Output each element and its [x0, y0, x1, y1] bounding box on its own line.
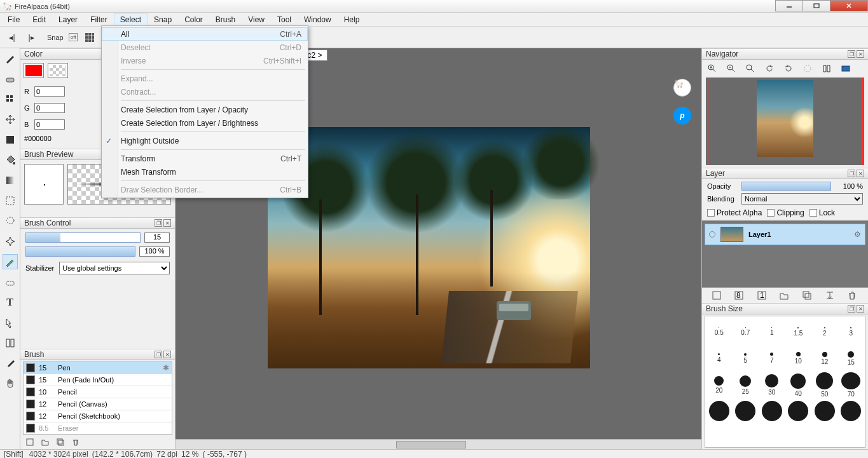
panel-close-icon[interactable]: ✕: [163, 351, 171, 358]
bucket-tool[interactable]: [3, 152, 18, 168]
brush-size-item[interactable]: [733, 399, 759, 424]
zoom-in-icon[interactable]: [707, 64, 719, 74]
brush-size-item[interactable]: 7: [759, 346, 785, 371]
brush-size-item[interactable]: 0.7: [733, 319, 759, 344]
brush-size-item[interactable]: [786, 399, 811, 424]
brush-size-item[interactable]: [759, 399, 785, 424]
duplicate-brush-icon[interactable]: [56, 438, 65, 447]
duplicate-layer-icon[interactable]: [802, 290, 813, 300]
fill-tool[interactable]: [3, 132, 18, 147]
brush-row[interactable]: 8.5Eraser: [24, 422, 172, 434]
brush-size-item[interactable]: 1.5: [786, 319, 811, 344]
brush-size-item[interactable]: [839, 399, 864, 424]
menu-help[interactable]: Help: [338, 13, 366, 26]
menu-edit[interactable]: Edit: [26, 13, 52, 26]
brush-row[interactable]: 15Pen✱: [24, 362, 172, 374]
stabilizer-select[interactable]: Use global settings: [59, 262, 170, 274]
move-tool[interactable]: [3, 112, 18, 127]
menu-brush[interactable]: Brush: [209, 13, 242, 26]
brush-size-item[interactable]: 50: [812, 372, 837, 398]
brush-opacity-slider[interactable]: [25, 246, 135, 257]
nav-grid-icon[interactable]: [841, 64, 852, 74]
brush-size-item[interactable]: 2: [812, 319, 837, 344]
menu-item-all[interactable]: AllCtrl+A: [102, 27, 308, 41]
brush-size-item[interactable]: 15: [839, 346, 864, 371]
flip-icon[interactable]: [822, 64, 833, 74]
delete-layer-icon[interactable]: [847, 290, 858, 300]
brush-row[interactable]: 12Pencil (Canvas): [24, 398, 172, 410]
brush-size-item[interactable]: 30: [759, 372, 785, 398]
brush-size-item[interactable]: 70: [839, 372, 864, 398]
zoom-fit-icon[interactable]: [745, 64, 757, 74]
background-swatch[interactable]: [48, 64, 67, 77]
menu-select[interactable]: Select: [114, 13, 148, 26]
brush-size-item[interactable]: 12: [812, 346, 837, 371]
pixiv-badge-icon[interactable]: p: [673, 107, 691, 125]
panel-undock-icon[interactable]: ❐: [155, 351, 162, 358]
menu-snap[interactable]: Snap: [148, 13, 178, 26]
panel-undock-icon[interactable]: ❐: [848, 170, 855, 177]
layer-visibility-icon[interactable]: [709, 231, 715, 238]
panel-close-icon[interactable]: ✕: [857, 50, 864, 58]
brush-row[interactable]: 12Pencil (Sketchbook): [24, 410, 172, 422]
panel-close-icon[interactable]: ✕: [857, 305, 864, 313]
horizontal-scrollbar[interactable]: [176, 439, 701, 449]
rotate-ccw-icon[interactable]: [764, 64, 776, 74]
menu-item-transform[interactable]: TransformCtrl+T: [102, 152, 308, 165]
brush-size-item[interactable]: 20: [706, 372, 732, 398]
layer-settings-icon[interactable]: ⚙: [854, 230, 861, 239]
brush-tool[interactable]: [3, 51, 18, 66]
hand-tool[interactable]: [3, 376, 18, 391]
panel-undock-icon[interactable]: ❐: [848, 50, 855, 58]
g-input[interactable]: [34, 103, 65, 113]
panel-undock-icon[interactable]: ❐: [848, 305, 855, 313]
protect-alpha-checkbox[interactable]: Protect Alpha: [707, 208, 762, 217]
menu-item-mesh-transform[interactable]: Mesh Transform: [102, 165, 308, 178]
brush-size-item[interactable]: 40: [786, 372, 811, 398]
undo-button[interactable]: ◂|: [5, 30, 19, 44]
reset-rotation-icon[interactable]: [803, 64, 814, 74]
divider-tool[interactable]: [3, 335, 18, 351]
eyedropper-tool[interactable]: [3, 356, 18, 371]
layer-8bit-icon[interactable]: 8: [734, 290, 745, 300]
brush-size-value[interactable]: 15: [144, 232, 170, 243]
foreground-swatch[interactable]: [24, 64, 43, 77]
menu-file[interactable]: File: [1, 13, 26, 26]
navigator-viewport[interactable]: [706, 77, 864, 165]
brush-size-item[interactable]: 10: [786, 346, 811, 371]
brush-opacity-value[interactable]: 100 %: [139, 246, 170, 257]
layer-opacity-slider[interactable]: [741, 182, 831, 191]
menu-layer[interactable]: Layer: [52, 13, 84, 26]
selectpen-tool[interactable]: [3, 254, 18, 269]
panel-close-icon[interactable]: ✕: [857, 170, 864, 177]
redo-button[interactable]: |▸: [24, 30, 38, 44]
text-tool[interactable]: T: [3, 295, 18, 310]
new-layer-icon[interactable]: [712, 290, 723, 300]
brush-size-slider[interactable]: [25, 232, 141, 243]
clipping-checkbox[interactable]: Clipping: [767, 208, 804, 217]
brush-size-item[interactable]: [812, 399, 837, 424]
selecteraser-tool[interactable]: [3, 274, 18, 290]
window-close-button[interactable]: [830, 0, 868, 11]
menu-item-create-selection-from-layer-brightness[interactable]: Create Selection from Layer / Brightness: [102, 116, 308, 130]
layer-1bit-icon[interactable]: 1: [757, 290, 768, 300]
brush-size-item[interactable]: 0.5: [706, 319, 732, 344]
brush-row[interactable]: 10Pencil: [24, 386, 172, 398]
brush-size-item[interactable]: 25: [733, 372, 759, 398]
magic-wand-tool[interactable]: [3, 234, 18, 249]
object-tool[interactable]: [3, 315, 18, 330]
select-tool[interactable]: [3, 193, 18, 208]
brush-folder-icon[interactable]: [41, 438, 50, 447]
brush-size-item[interactable]: 3: [839, 319, 864, 344]
b-input[interactable]: [34, 119, 65, 130]
menu-item-highlight-outside[interactable]: ✓Highlight Outside: [102, 134, 308, 147]
panel-close-icon[interactable]: ✕: [163, 219, 171, 227]
menu-window[interactable]: Window: [298, 13, 338, 26]
zoom-out-icon[interactable]: [726, 64, 738, 74]
menu-tool[interactable]: Tool: [271, 13, 298, 26]
brush-size-item[interactable]: 4: [706, 346, 732, 371]
menu-item-create-selection-from-layer-opacity[interactable]: Create Selection from Layer / Opacity: [102, 103, 308, 116]
brush-size-item[interactable]: [706, 399, 732, 424]
brush-size-item[interactable]: 5: [733, 346, 759, 371]
rotate-cw-icon[interactable]: [783, 64, 795, 74]
